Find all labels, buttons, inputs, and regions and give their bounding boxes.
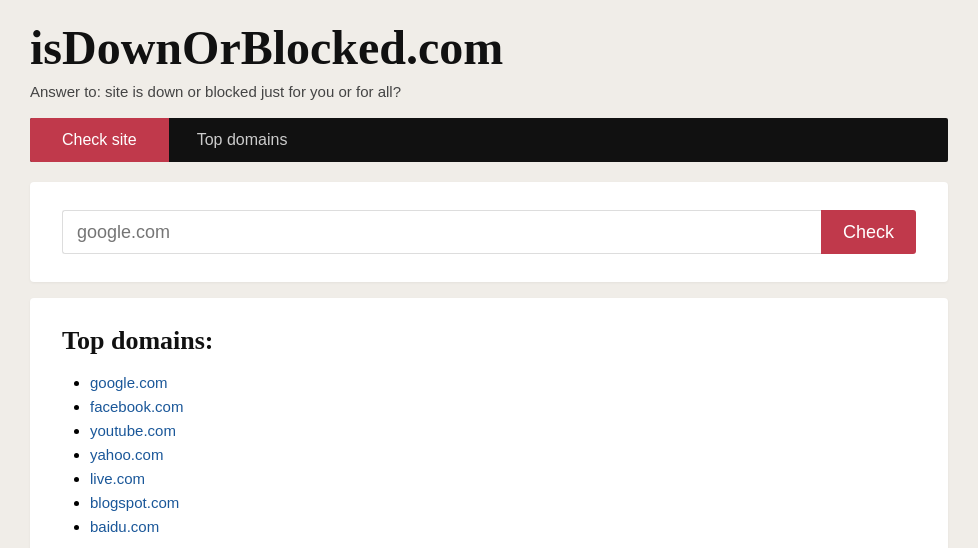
tab-check-site[interactable]: Check site bbox=[30, 118, 169, 162]
site-subtitle: Answer to: site is down or blocked just … bbox=[30, 83, 948, 100]
check-button[interactable]: Check bbox=[821, 210, 916, 254]
list-item: baidu.com bbox=[90, 518, 916, 536]
list-item: google.com bbox=[90, 374, 916, 392]
top-domains-card: Top domains: google.comfacebook.comyoutu… bbox=[30, 298, 948, 548]
list-item: blogspot.com bbox=[90, 494, 916, 512]
domains-list: google.comfacebook.comyoutube.comyahoo.c… bbox=[62, 374, 916, 536]
list-item: live.com bbox=[90, 470, 916, 488]
list-item: youtube.com bbox=[90, 422, 916, 440]
search-card: Check bbox=[30, 182, 948, 282]
site-title: isDownOrBlocked.com bbox=[30, 20, 948, 75]
page-wrapper: isDownOrBlocked.com Answer to: site is d… bbox=[0, 0, 978, 548]
search-input[interactable] bbox=[62, 210, 821, 254]
domain-link[interactable]: baidu.com bbox=[90, 518, 159, 535]
nav-bar: Check site Top domains bbox=[30, 118, 948, 162]
domain-link[interactable]: google.com bbox=[90, 374, 168, 391]
domain-link[interactable]: youtube.com bbox=[90, 422, 176, 439]
domain-link[interactable]: blogspot.com bbox=[90, 494, 179, 511]
list-item: facebook.com bbox=[90, 398, 916, 416]
list-item: yahoo.com bbox=[90, 446, 916, 464]
domain-link[interactable]: yahoo.com bbox=[90, 446, 163, 463]
top-domains-title: Top domains: bbox=[62, 326, 916, 356]
domain-link[interactable]: live.com bbox=[90, 470, 145, 487]
tab-top-domains[interactable]: Top domains bbox=[169, 118, 316, 162]
domain-link[interactable]: facebook.com bbox=[90, 398, 183, 415]
